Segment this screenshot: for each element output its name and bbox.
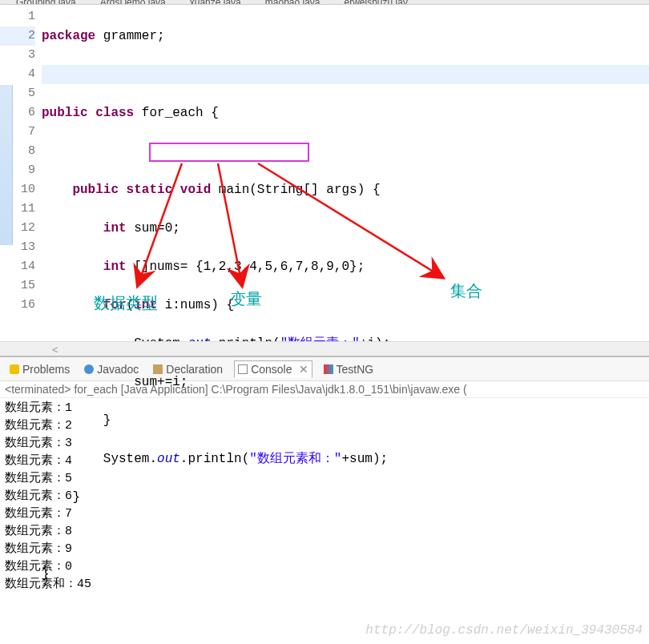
keyword-class: class [88, 106, 135, 120]
horizontal-scrollbar[interactable]: < [0, 341, 649, 356]
tab-maopao[interactable]: maopao.java [265, 0, 320, 4]
annotation-collection: 集合 [450, 281, 482, 300]
annotation-variable: 变量 [230, 289, 262, 308]
code-editor[interactable]: 1 2 3 4 5 6 7 8 9 10 11 12 13 14 15 16 p… [0, 5, 649, 341]
problems-icon [10, 364, 19, 374]
line-number: 15 [0, 276, 35, 296]
watermark: http://blog.csdn.net/weixin_39430584 [365, 623, 643, 638]
annotation-datatype: 数据类型 [94, 293, 158, 312]
keyword-package: package [42, 29, 95, 43]
tab-grouping[interactable]: Grouping.java [16, 0, 76, 4]
line-number: 14 [0, 257, 35, 276]
tab-xuanze[interactable]: xuanze.java [190, 0, 241, 4]
scroll-left-icon[interactable]: < [52, 344, 58, 356]
line-number: 4 [0, 65, 35, 84]
keyword-public: public [42, 106, 88, 120]
tab-erweishuzu[interactable]: erweishuzu.jav [345, 0, 408, 4]
line-number: 2 [0, 26, 35, 46]
tab-argsdemo[interactable]: ArgsDemo.java [100, 0, 166, 4]
line-number: 1 [0, 7, 35, 26]
folding-strip[interactable] [0, 85, 13, 245]
annotation-arrows [42, 5, 649, 341]
line-number: 16 [0, 296, 35, 315]
line-number: 3 [0, 46, 35, 65]
code-content[interactable]: package grammer; public class for_each {… [42, 5, 649, 341]
